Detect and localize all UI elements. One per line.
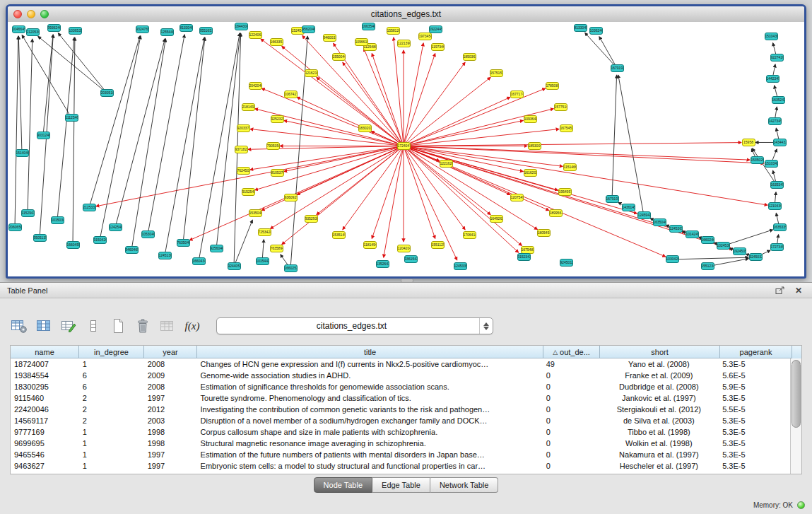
graph-node[interactable]: 1053046 (141, 230, 155, 238)
graph-node[interactable]: 1014245 (686, 230, 699, 238)
graph-node[interactable]: 7635046 (177, 239, 190, 247)
graph-node[interactable]: 1577516 (554, 103, 567, 111)
graph-edge[interactable] (384, 146, 404, 257)
graph-node[interactable]: 1015034 (51, 216, 64, 224)
graph-node[interactable]: 1805493 (537, 229, 551, 237)
graph-node[interactable]: 1635345 (770, 181, 784, 189)
graph-edge[interactable] (372, 54, 404, 146)
graph-node[interactable]: 2046645 (12, 25, 25, 33)
graph-edge[interactable] (404, 146, 522, 245)
graph-node[interactable]: 1197346 (431, 43, 445, 51)
graph-node[interactable]: 1535046 (249, 209, 262, 217)
graph-edge[interactable] (183, 37, 205, 243)
column-header-name[interactable]: name (11, 346, 79, 358)
graph-node[interactable]: 9152543 (242, 188, 255, 196)
graph-node[interactable]: 9371823 (235, 146, 248, 153)
graph-node[interactable]: 1675457 (560, 124, 573, 132)
graph-edge[interactable] (234, 220, 252, 267)
graph-node[interactable]: 1973454 (418, 33, 432, 40)
graph-edge[interactable] (394, 37, 404, 146)
tab-network-table[interactable]: Network Table (430, 477, 499, 493)
graph-node[interactable]: 1663351 (270, 38, 283, 46)
graph-node[interactable]: 1245942 (637, 211, 651, 219)
column-header-year[interactable]: year (144, 346, 197, 358)
graph-node[interactable]: 1181494 (363, 241, 377, 249)
graph-node[interactable]: 1015442 (256, 257, 269, 265)
graph-edge[interactable] (404, 54, 435, 146)
graph-edge[interactable] (165, 37, 204, 256)
graph-edge[interactable] (96, 146, 404, 206)
graph-edge[interactable] (404, 97, 510, 146)
graph-node[interactable]: 9360929 (284, 194, 298, 201)
table-row[interactable]: 1938455462009Genome-wide association stu… (11, 370, 791, 381)
table-row[interactable]: 911546021997Tourette syndrome. Phenomeno… (11, 392, 791, 404)
table-row[interactable]: 1872400712008Changes of HCN gene express… (11, 358, 791, 370)
graph-node[interactable]: 1679193 (611, 64, 624, 72)
edit-table-icon[interactable] (59, 317, 78, 335)
table-row[interactable]: 977716911998Corpus callosum shape and si… (11, 426, 791, 438)
graph-node[interactable]: 1427345 (768, 117, 782, 125)
minimize-window-button[interactable] (27, 10, 35, 18)
graph-node[interactable]: 9227426 (770, 54, 784, 62)
graph-node[interactable]: 9505135 (33, 234, 47, 242)
graph-node[interactable]: 1635242 (772, 96, 785, 104)
graph-node[interactable]: 15958 (742, 139, 755, 146)
column-header-title[interactable]: title (197, 346, 543, 358)
graph-node[interactable]: 1204204 (397, 245, 411, 252)
tab-node-table[interactable]: Node Table (314, 477, 372, 493)
graph-node[interactable]: 9245032 (749, 253, 763, 261)
graph-node[interactable]: 1551234 (701, 262, 714, 270)
column-header-out-de-[interactable]: △out_de... (543, 346, 600, 358)
graph-node[interactable]: 1216216 (305, 69, 318, 77)
graph-edge[interactable] (672, 257, 748, 259)
graph-node[interactable]: 1660252 (284, 264, 298, 272)
graph-node[interactable]: 1706414 (463, 231, 476, 239)
close-window-button[interactable] (13, 10, 22, 18)
graph-node[interactable]: 1850363 (463, 53, 476, 61)
graph-node[interactable]: 9460031 (323, 34, 336, 42)
graph-node[interactable]: 1245365 (669, 225, 683, 233)
graph-node[interactable]: 2030510 (100, 89, 114, 97)
graph-edge[interactable] (723, 230, 772, 246)
graph-node[interactable]: 1616202 (524, 169, 537, 177)
table-row[interactable]: 2242004622012Investigating the contribut… (11, 404, 791, 415)
graph-node[interactable]: 1221626 (440, 160, 453, 168)
graph-node[interactable]: 1558124 (387, 27, 400, 35)
graph-edge[interactable] (585, 33, 617, 68)
graph-edge[interactable] (73, 37, 75, 245)
float-panel-icon[interactable] (774, 285, 787, 296)
trash-icon[interactable] (134, 317, 152, 335)
graph-edge[interactable] (404, 146, 732, 249)
column-header-pagerank[interactable]: pagerank (720, 346, 792, 358)
new-file-icon[interactable] (109, 317, 127, 335)
table-selector-combobox[interactable]: citations_edges.txt (216, 317, 493, 334)
graph-node[interactable]: 9256046 (210, 245, 223, 252)
graph-edge[interactable] (58, 33, 107, 93)
graph-node[interactable]: 1535026 (751, 156, 764, 164)
graph-node[interactable]: 1660434 (192, 257, 206, 265)
graph-node[interactable]: 1245335 (454, 262, 467, 270)
graph-node[interactable]: 1224061 (249, 31, 262, 39)
network-window[interactable]: citations_edges.txt 17240471853004161620… (6, 4, 806, 279)
graph-node[interactable]: 8133040 (180, 24, 193, 32)
graph-node[interactable]: 1514046 (16, 149, 29, 157)
function-icon[interactable]: f(x) (183, 317, 201, 335)
table-row[interactable]: 969969511998Structural magnetic resonanc… (11, 438, 791, 449)
graph-node[interactable]: 7253428 (258, 228, 271, 236)
graph-edge[interactable] (404, 146, 435, 238)
table-settings-icon[interactable] (10, 317, 28, 335)
graph-node[interactable]: 1899561 (549, 209, 563, 217)
column-header-short[interactable]: short (600, 346, 720, 358)
scrollbar-thumb[interactable] (792, 360, 801, 428)
graph-edge[interactable] (148, 35, 184, 235)
graph-node[interactable]: 1550046 (332, 53, 346, 61)
graph-edge[interactable] (15, 36, 18, 228)
graph-node[interactable]: 7905354 (266, 142, 280, 150)
graph-edge[interactable] (404, 146, 549, 210)
graph-node[interactable]: 9361542 (404, 255, 418, 263)
zoom-window-button[interactable] (40, 10, 49, 18)
graph-edge[interactable] (284, 120, 404, 146)
graph-node[interactable]: 1660246 (701, 236, 714, 244)
graph-node[interactable]: 2181491 (242, 103, 255, 111)
rows-icon[interactable] (84, 317, 102, 335)
